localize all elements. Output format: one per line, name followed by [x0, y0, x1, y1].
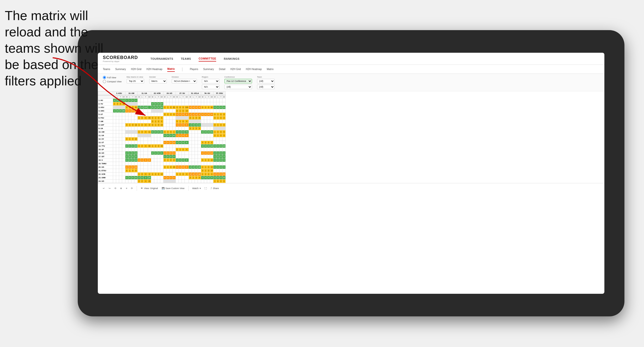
matrix-cell: 0	[148, 172, 151, 176]
settings-button[interactable]: ⟳	[131, 187, 133, 190]
matrix-cell	[141, 134, 144, 137]
matrix-cell: 0	[219, 123, 222, 127]
matrix-cell: 0	[157, 144, 160, 148]
table-row: 17. GIT100910091009	[98, 155, 226, 158]
matrix-cell	[125, 162, 128, 165]
nav-rankings[interactable]: RANKINGS	[224, 56, 239, 61]
matrix-cell	[163, 169, 166, 172]
matrix-cell	[160, 99, 163, 102]
matrix-cell	[131, 127, 134, 130]
matrix-cell: 13	[210, 151, 213, 155]
matrix-cell	[138, 169, 141, 172]
redo-button[interactable]: ↪	[109, 187, 111, 190]
matrix-cell: 0	[219, 116, 222, 120]
matrix-cell: 1	[216, 151, 219, 155]
sub-nav-players[interactable]: Players	[190, 67, 198, 72]
conference-select[interactable]: Pac-12 Conference	[224, 79, 252, 83]
matrix-cell	[204, 134, 207, 137]
matrix-cell	[157, 109, 160, 113]
matrix-cell	[182, 162, 185, 165]
matrix-cell: 0	[157, 102, 160, 106]
matrix-cell	[157, 158, 160, 162]
matrix-cell: 0	[182, 158, 185, 162]
filter-button[interactable]: ≡	[126, 187, 127, 190]
matrix-cell: 0	[207, 113, 210, 116]
matrix-cell	[157, 141, 160, 144]
refresh-button[interactable]: ⟲	[114, 187, 116, 190]
matrix-cell: 0	[207, 151, 210, 155]
fullscreen-button[interactable]: ⛶	[205, 187, 207, 190]
matrix-cell: 1	[192, 116, 195, 120]
undo-button[interactable]: ↩	[103, 187, 105, 190]
add-button[interactable]: ⊕	[120, 187, 122, 190]
matrix-cell	[185, 144, 189, 148]
matrix-cell	[210, 134, 213, 137]
matrix-cell	[154, 134, 157, 137]
team-name: 23. UNM	[98, 176, 113, 180]
conference-select-2[interactable]: (All)	[224, 85, 252, 89]
division-select[interactable]: NCAA Division I	[172, 79, 197, 83]
sub-nav-detail[interactable]: Detail	[219, 67, 225, 72]
sub-nav-players-summary[interactable]: Summary	[203, 67, 214, 72]
matrix-cell: 4	[216, 130, 219, 134]
share-button[interactable]: ⤴ Share	[211, 187, 219, 190]
matrix-cell	[185, 180, 189, 183]
table-row: 8. UAF010141200010151100100110100	[98, 123, 226, 127]
matrix-cell	[192, 137, 195, 141]
matrix-cell	[144, 165, 148, 169]
matrix-cell: 0	[179, 141, 182, 144]
matrix-cell: 0	[222, 180, 226, 183]
matrix-cell: 3	[213, 144, 216, 148]
nav-teams[interactable]: TEAMS	[181, 56, 191, 61]
matrix-cell: 7	[176, 130, 179, 134]
region-select[interactable]: N/A	[202, 79, 219, 83]
matrix-cell	[201, 162, 204, 165]
matrix-cell	[185, 151, 189, 155]
team-select[interactable]: (All)	[257, 79, 275, 83]
sub-nav-players-matrix[interactable]: Matrix	[267, 67, 274, 72]
matrix-cell	[141, 169, 144, 172]
matrix-cell	[160, 134, 163, 137]
matrix-cell	[216, 127, 219, 130]
matrix-cell	[166, 172, 169, 176]
matrix-cell: 0	[169, 165, 172, 169]
matrix-cell: 0	[192, 123, 195, 127]
table-row: 20. UG1103801023110040040010131005	[98, 165, 226, 169]
matrix-cell	[176, 162, 179, 165]
matrix-cell	[119, 162, 122, 165]
sub-nav-matrix[interactable]: Matrix	[167, 67, 175, 72]
matrix-cell: 0	[176, 120, 179, 123]
sub-nav-players-h2h-grid[interactable]: H2H Grid	[230, 67, 241, 72]
matrix-cell	[201, 102, 204, 106]
matrix-cell: 1	[179, 165, 182, 169]
matrix-cell: 1	[204, 169, 207, 172]
matrix-cell: 0	[201, 158, 204, 162]
matrix-cell	[213, 99, 216, 102]
region-select-2[interactable]: N/A	[202, 85, 219, 89]
matrix-cell	[166, 109, 169, 113]
matrix-cell	[216, 141, 219, 144]
conference-filter: Conference Pac-12 Conference (All)	[224, 76, 252, 89]
matrix-scroll[interactable]: 3. ASU 10. UW 11. UA 22. UCB 24. UO 27. …	[98, 91, 604, 183]
matrix-cell	[207, 162, 210, 165]
nav-committee[interactable]: COMMITTEE	[199, 56, 216, 62]
matrix-cell: 1	[176, 113, 179, 116]
team-name: 18. U	[98, 158, 113, 162]
matrix-cell: 0	[163, 130, 166, 134]
matrix-cell	[113, 123, 116, 127]
matrix-cell: 1	[179, 109, 182, 113]
sub-nav-players-h2h-heatmap[interactable]: H2H Heatmap	[246, 67, 262, 72]
matrix-cell: 1	[128, 169, 131, 172]
matrix-cell	[128, 130, 131, 134]
region-filter: Region N/A N/A	[202, 76, 219, 89]
team-select-2[interactable]: (All)	[257, 85, 275, 89]
view-original-button[interactable]: 👁 View: Original	[141, 187, 158, 190]
save-custom-view-button[interactable]: 💾 Save Custom View	[162, 187, 185, 190]
watch-button[interactable]: Watch ▾	[192, 187, 201, 190]
matrix-cell: 0	[213, 113, 216, 116]
matrix-cell: 0	[144, 130, 148, 134]
matrix-cell: 0	[166, 155, 169, 158]
matrix-cell: 4	[154, 172, 157, 176]
matrix-cell	[172, 102, 176, 106]
matrix-cell: 0	[185, 123, 189, 127]
